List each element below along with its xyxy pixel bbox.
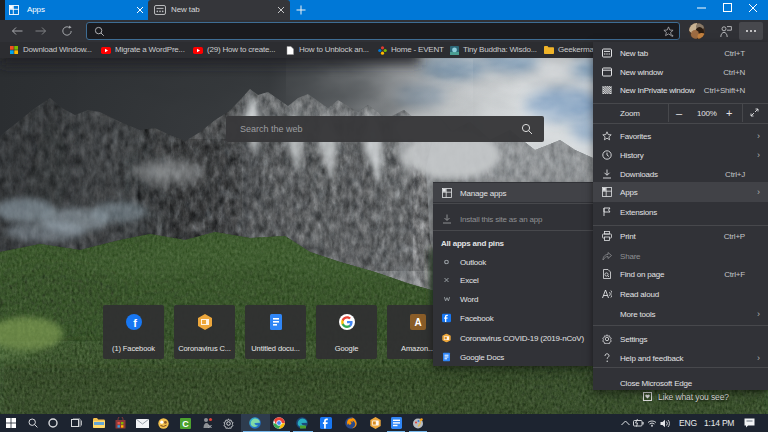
svg-text:f: f: [133, 317, 137, 329]
svg-text:C: C: [182, 419, 189, 429]
svg-text:A: A: [414, 317, 421, 328]
